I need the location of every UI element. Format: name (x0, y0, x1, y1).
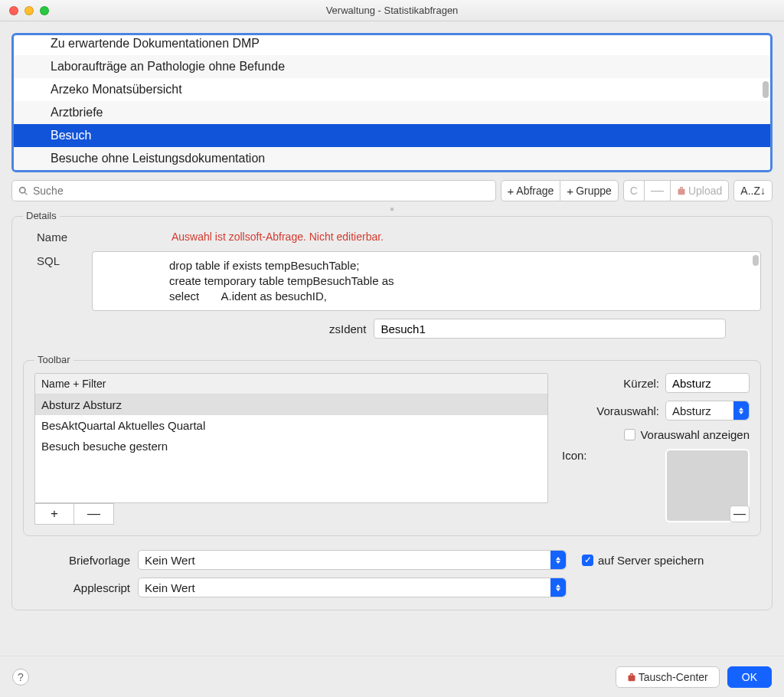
bag-icon (677, 186, 686, 195)
sql-label: SQL (37, 251, 89, 267)
kuerzel-label: Kürzel: (623, 377, 659, 390)
plus-icon: + (567, 185, 573, 198)
clear-icon-button[interactable]: — (730, 506, 750, 522)
minus-icon: — (733, 507, 746, 521)
add-group-button[interactable]: +Gruppe (560, 180, 618, 201)
list-item[interactable]: Arztbriefe (14, 101, 770, 124)
footer: ? Tausch-Center OK (0, 656, 784, 697)
ok-button[interactable]: OK (727, 666, 772, 688)
queries-list[interactable]: Zu erwartende Dokumentationen DMPLaborau… (11, 33, 773, 172)
tausch-center-button[interactable]: Tausch-Center (616, 666, 720, 688)
briefvorlage-select[interactable]: Kein Wert (138, 550, 567, 570)
table-row[interactable]: Absturz Absturz (35, 394, 547, 415)
chevron-updown-icon (733, 401, 749, 420)
remove-filter-button[interactable]: — (74, 503, 114, 525)
kuerzel-input[interactable] (665, 373, 750, 393)
table-row[interactable]: BesAktQuartal Aktuelles Quartal (35, 415, 547, 436)
upload-button[interactable]: Upload (671, 180, 729, 201)
details-label: Details (23, 210, 60, 221)
list-item[interactable]: Arzeko Monatsübersicht (14, 78, 770, 101)
table-header: Name + Filter (35, 374, 547, 394)
applescript-label: Applescript (23, 581, 130, 594)
plus-icon: + (508, 185, 514, 198)
details-group: Details Name Auswahl ist zollsoft-Abfrag… (11, 216, 773, 610)
icon-well[interactable]: — (665, 449, 750, 522)
help-button[interactable]: ? (12, 669, 29, 686)
applescript-select[interactable]: Kein Wert (138, 578, 567, 597)
search-toolbar-row: +Abfrage +Gruppe C — Upload A..Z↓ (11, 180, 773, 201)
vorauswahl-label: Vorauswahl: (596, 404, 659, 417)
search-field[interactable] (11, 180, 496, 201)
zsident-label: zsIdent (329, 322, 366, 335)
sql-content: drop table if exists tempBesuchTable; cr… (93, 252, 760, 310)
icon-label: Icon: (562, 449, 587, 462)
plus-icon: + (51, 506, 58, 522)
vorauswahl-select[interactable]: Absturz (665, 401, 750, 420)
table-row[interactable]: Besuch besuche gestern (35, 436, 547, 456)
minus-icon: — (87, 506, 100, 522)
filter-table[interactable]: Name + Filter Absturz AbsturzBesAktQuart… (34, 373, 548, 503)
briefvorlage-label: Briefvorlage (23, 554, 130, 567)
list-item[interactable]: Zu erwartende Dokumentationen DMP (14, 35, 770, 55)
sort-button[interactable]: A..Z↓ (733, 180, 773, 201)
bag-icon (627, 672, 636, 682)
chevron-updown-icon (550, 551, 566, 569)
chevron-updown-icon (550, 578, 566, 597)
content-area: Zu erwartende Dokumentationen DMPLaborau… (0, 21, 784, 656)
name-label: Name (37, 227, 89, 244)
add-query-button[interactable]: +Abfrage (501, 180, 561, 201)
zsident-input[interactable] (374, 319, 726, 339)
c-button[interactable]: C (623, 180, 645, 201)
readonly-warning: Auswahl ist zollsoft-Abfrage. Nicht edit… (172, 227, 384, 243)
search-icon (18, 186, 28, 196)
server-save-label: auf Server speichern (598, 554, 704, 567)
search-input[interactable] (33, 185, 489, 197)
add-filter-button[interactable]: + (34, 503, 74, 525)
sql-textarea[interactable]: drop table if exists tempBesuchTable; cr… (92, 251, 761, 311)
list-item[interactable]: Besuche ohne Leistungsdokumentation (14, 147, 770, 170)
toolbar-group: Toolbar Name + Filter Absturz AbsturzBes… (23, 360, 761, 536)
edit-segment: C — Upload (623, 180, 730, 201)
list-item[interactable]: Laboraufträge an Pathologie ohne Befunde (14, 55, 770, 78)
titlebar: Verwaltung - Statistikabfragen (0, 0, 784, 21)
remove-button[interactable]: — (645, 180, 671, 201)
scrollbar-thumb[interactable] (753, 255, 759, 266)
server-save-checkbox[interactable] (582, 555, 593, 566)
list-item[interactable]: Besuch (14, 124, 770, 147)
window: Verwaltung - Statistikabfragen Zu erwart… (0, 0, 784, 697)
vorauswahl-show-label: Vorauswahl anzeigen (640, 428, 750, 441)
resize-handle[interactable]: ● (11, 201, 773, 214)
add-segment: +Abfrage +Gruppe (501, 180, 619, 201)
vorauswahl-show-checkbox[interactable] (624, 429, 635, 440)
toolbar-label: Toolbar (34, 354, 74, 365)
window-title: Verwaltung - Statistikabfragen (0, 5, 784, 16)
scrollbar-thumb[interactable] (763, 81, 769, 98)
